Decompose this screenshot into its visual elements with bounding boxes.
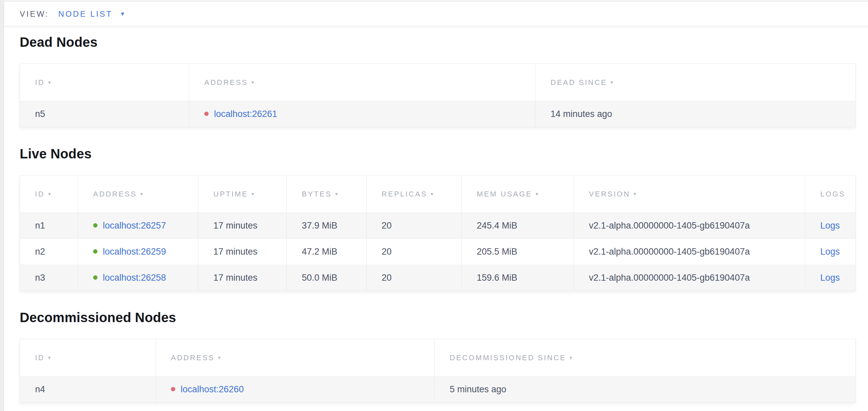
dead-nodes-table: ID▾ ADDRESS▾ DEAD SINCE▾ n5 localhost:26…: [20, 63, 856, 127]
version-cell: v2.1-alpha.00000000-1405-gb6190407a: [574, 239, 805, 265]
node-address-link[interactable]: localhost:26259: [103, 246, 166, 257]
uptime-cell: 17 minutes: [198, 213, 287, 239]
replicas-cell: 20: [367, 213, 462, 239]
node-id-cell: n3: [20, 265, 78, 291]
node-address-cell: localhost:26259: [78, 239, 198, 265]
sort-arrow-icon: ▾: [218, 355, 222, 360]
table-header-row: ID▾ ADDRESS▾ DECOMMISSIONED SINCE▾: [20, 339, 856, 377]
column-header-id[interactable]: ID▾: [20, 339, 156, 377]
column-header-label: DEAD SINCE: [551, 78, 607, 87]
mem-usage-cell: 159.6 MiB: [462, 265, 574, 291]
column-header-address[interactable]: ADDRESS▾: [189, 64, 535, 101]
bytes-cell: 37.9 MiB: [287, 213, 367, 239]
logs-link[interactable]: Logs: [820, 273, 840, 283]
dead-since-cell: 14 minutes ago: [535, 101, 856, 127]
sort-arrow-icon: ▾: [48, 355, 52, 360]
page-left-edge: [0, 0, 4, 411]
node-address-cell: localhost:26260: [156, 377, 435, 403]
column-header-dead-since[interactable]: DEAD SINCE▾: [535, 64, 856, 101]
node-list-page: VIEW: NODE LIST ▼ Dead Nodes ID▾ ADDRESS…: [4, 2, 868, 403]
view-selector-dropdown[interactable]: NODE LIST ▼: [58, 9, 126, 19]
node-address-cell: localhost:26261: [189, 101, 535, 127]
column-header-address[interactable]: ADDRESS▾: [156, 339, 435, 377]
column-header-mem-usage[interactable]: MEM USAGE▾: [462, 175, 574, 213]
sort-arrow-icon: ▾: [569, 355, 574, 360]
column-header-label: DECOMMISSIONED SINCE: [450, 354, 566, 362]
page-top-edge: [0, 0, 868, 2]
node-id-cell: n4: [20, 377, 156, 403]
uptime-cell: 17 minutes: [198, 265, 287, 291]
table-row: n4 localhost:26260 5 minutes ago: [20, 377, 856, 403]
table-row: n2 localhost:26259 17 minutes 47.2 MiB 2…: [20, 239, 856, 265]
version-cell: v2.1-alpha.00000000-1405-gb6190407a: [574, 265, 805, 291]
logs-cell: Logs: [805, 265, 856, 291]
decommissioned-nodes-table: ID▾ ADDRESS▾ DECOMMISSIONED SINCE▾ n4 lo…: [20, 339, 856, 403]
table-row: n5 localhost:26261 14 minutes ago: [20, 101, 856, 127]
column-header-label: ADDRESS: [93, 190, 137, 198]
logs-cell: Logs: [805, 213, 856, 239]
sort-arrow-icon: ▾: [48, 80, 52, 85]
logs-cell: Logs: [805, 239, 856, 265]
column-header-label: VERSION: [589, 190, 630, 198]
column-header-version[interactable]: VERSION▾: [574, 175, 805, 213]
column-header-label: ADDRESS: [204, 78, 248, 87]
decommissioned-status-dot-icon: [171, 387, 175, 391]
sort-arrow-icon: ▾: [251, 191, 255, 197]
column-header-label: ID: [35, 354, 45, 362]
sort-arrow-icon: ▾: [140, 191, 144, 197]
live-status-dot-icon: [93, 249, 97, 254]
sort-arrow-icon: ▾: [335, 191, 339, 197]
bytes-cell: 50.0 MiB: [287, 265, 367, 291]
decommissioned-nodes-title: Decommissioned Nodes: [20, 310, 855, 325]
column-header-id[interactable]: ID▾: [20, 64, 189, 101]
column-header-decommissioned-since[interactable]: DECOMMISSIONED SINCE▾: [435, 339, 856, 377]
node-address-cell: localhost:26258: [78, 265, 198, 291]
replicas-cell: 20: [367, 265, 462, 291]
node-address-link[interactable]: localhost:26260: [181, 384, 244, 394]
sort-arrow-icon: ▾: [535, 191, 539, 197]
sort-arrow-icon: ▾: [633, 191, 638, 197]
logs-link[interactable]: Logs: [820, 246, 840, 257]
column-header-label: LOGS: [820, 190, 845, 198]
column-header-bytes[interactable]: BYTES▾: [287, 175, 367, 213]
dead-status-dot-icon: [204, 112, 209, 116]
live-status-dot-icon: [93, 223, 97, 228]
view-selected-value[interactable]: NODE LIST: [58, 9, 113, 19]
node-address-link[interactable]: localhost:26257: [103, 221, 166, 231]
version-cell: v2.1-alpha.00000000-1405-gb6190407a: [574, 213, 805, 239]
sort-arrow-icon: ▾: [610, 80, 614, 85]
column-header-label: BYTES: [302, 190, 332, 198]
chevron-down-icon: ▼: [120, 11, 125, 17]
live-nodes-table: ID▾ ADDRESS▾ UPTIME▾ BYTES▾ REPLICAS▾ ME…: [20, 175, 856, 291]
column-header-label: ID: [35, 78, 45, 87]
table-header-row: ID▾ ADDRESS▾ UPTIME▾ BYTES▾ REPLICAS▾ ME…: [20, 175, 856, 213]
view-bar: VIEW: NODE LIST ▼: [4, 2, 868, 26]
sort-arrow-icon: ▾: [48, 191, 52, 197]
column-header-id[interactable]: ID▾: [20, 175, 78, 213]
content-area: Dead Nodes ID▾ ADDRESS▾ DEAD SINCE▾ n5 l…: [4, 34, 868, 403]
sort-arrow-icon: ▾: [431, 191, 435, 197]
node-address-cell: localhost:26257: [78, 213, 198, 239]
column-header-logs: LOGS: [805, 175, 856, 213]
bytes-cell: 47.2 MiB: [287, 239, 367, 265]
sort-arrow-icon: ▾: [251, 80, 255, 85]
live-status-dot-icon: [93, 275, 97, 280]
column-header-uptime[interactable]: UPTIME▾: [198, 175, 287, 213]
node-address-link[interactable]: localhost:26258: [103, 273, 166, 283]
column-header-label: UPTIME: [213, 190, 248, 198]
column-header-replicas[interactable]: REPLICAS▾: [367, 175, 462, 213]
replicas-cell: 20: [367, 239, 462, 265]
mem-usage-cell: 245.4 MiB: [462, 213, 574, 239]
node-address-link[interactable]: localhost:26261: [214, 109, 277, 119]
node-id-cell: n2: [20, 239, 78, 265]
table-header-row: ID▾ ADDRESS▾ DEAD SINCE▾: [20, 64, 856, 101]
table-row: n3 localhost:26258 17 minutes 50.0 MiB 2…: [20, 265, 856, 291]
column-header-label: ADDRESS: [171, 354, 215, 362]
view-label: VIEW:: [20, 9, 49, 19]
column-header-address[interactable]: ADDRESS▾: [78, 175, 198, 213]
column-header-label: MEM USAGE: [477, 190, 532, 198]
table-row: n1 localhost:26257 17 minutes 37.9 MiB 2…: [20, 213, 856, 239]
live-nodes-title: Live Nodes: [20, 146, 855, 162]
logs-link[interactable]: Logs: [820, 221, 840, 231]
mem-usage-cell: 205.5 MiB: [462, 239, 574, 265]
